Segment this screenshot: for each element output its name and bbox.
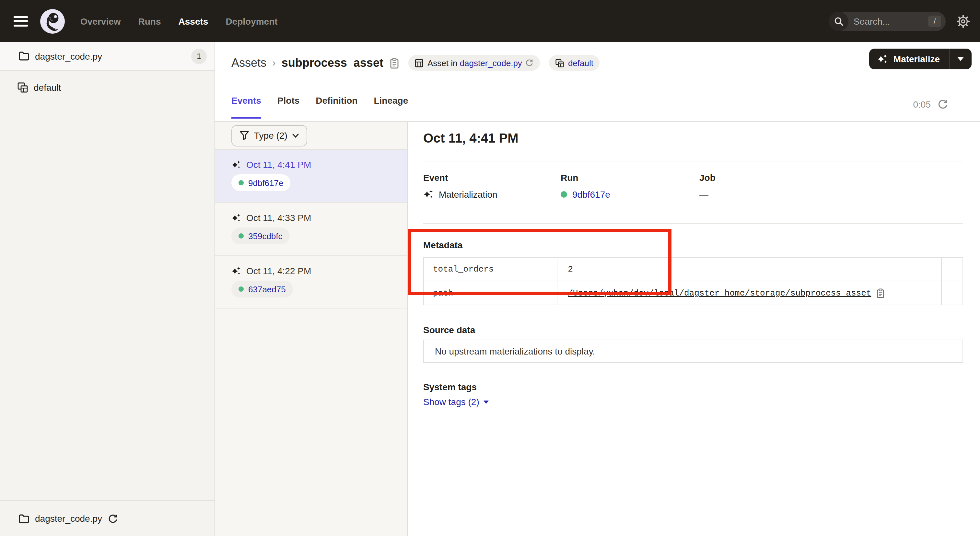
event-timestamp: Oct 11, 4:41 PM bbox=[246, 159, 311, 170]
breadcrumb-separator: › bbox=[272, 57, 276, 69]
materialize-label: Materialize bbox=[894, 54, 940, 64]
run-id-link[interactable]: 359cdbfc bbox=[248, 231, 283, 241]
tab-lineage[interactable]: Lineage bbox=[374, 95, 408, 119]
metadata-value-cell: /Users/yuhan/dev/local/dagster_home/stor… bbox=[557, 281, 942, 305]
nav-item-overview[interactable]: Overview bbox=[80, 16, 121, 26]
metadata-extra-cell bbox=[942, 258, 963, 281]
folder-icon bbox=[19, 514, 29, 523]
event-column-label: Event bbox=[423, 172, 498, 183]
event-type-value: Materialization bbox=[439, 189, 498, 200]
divider bbox=[423, 161, 963, 161]
chevron-down-icon bbox=[957, 57, 964, 61]
run-id-pill[interactable]: 359cdbfc bbox=[231, 227, 290, 244]
copy-path-icon[interactable] bbox=[876, 288, 885, 298]
chip-refresh-icon[interactable] bbox=[526, 59, 534, 67]
code-location-link[interactable]: dagster_code.py bbox=[460, 58, 522, 68]
sparkle-icon bbox=[877, 54, 888, 65]
sidebar-item-label: default bbox=[34, 82, 61, 93]
copy-asset-name-icon[interactable] bbox=[390, 57, 399, 68]
metadata-key-cell: path bbox=[424, 281, 557, 305]
source-data-empty-text: No upstream materializations to display. bbox=[435, 346, 595, 356]
asset-groups-sidebar: dagster_code.py 1 default dagster_code.p… bbox=[0, 42, 215, 536]
events-list-panel: Type (2) Oct 11, 4:41 PM 9dbf617e bbox=[215, 122, 408, 536]
show-tags-label: Show tags (2) bbox=[423, 397, 479, 407]
group-default-link[interactable]: default bbox=[568, 58, 593, 68]
job-column-label: Job bbox=[699, 172, 716, 183]
hamburger-menu-icon[interactable] bbox=[14, 16, 28, 26]
global-search[interactable]: / bbox=[829, 11, 946, 31]
primary-nav: Overview Runs Assets Deployment bbox=[80, 16, 278, 26]
run-success-dot bbox=[239, 180, 244, 185]
dagster-logo[interactable] bbox=[40, 9, 65, 33]
breadcrumb: Assets › subprocess_asset Asset in dagst… bbox=[231, 54, 600, 71]
refresh-countdown: 0:05 bbox=[913, 99, 931, 110]
asset-group-chip: default bbox=[549, 55, 600, 71]
events-filter-bar: Type (2) bbox=[215, 122, 407, 150]
run-column-label: Run bbox=[561, 172, 610, 183]
topbar-right: / bbox=[829, 11, 980, 31]
search-input[interactable] bbox=[854, 16, 918, 26]
sidebar-item-group-default[interactable]: default bbox=[0, 75, 215, 100]
tab-plots[interactable]: Plots bbox=[277, 95, 299, 119]
tab-events[interactable]: Events bbox=[231, 95, 261, 119]
metadata-key-cell: total_orders bbox=[424, 258, 557, 281]
materialization-sparkle-icon bbox=[231, 266, 241, 276]
materialize-split-button: Materialize bbox=[870, 49, 972, 69]
search-shortcut-badge: / bbox=[928, 15, 941, 27]
job-empty-value: — bbox=[699, 189, 708, 200]
run-success-dot bbox=[561, 191, 567, 198]
reload-code-location-icon[interactable] bbox=[108, 514, 118, 523]
table-row: path /Users/yuhan/dev/local/dagster_home… bbox=[424, 281, 963, 305]
filter-funnel-icon bbox=[240, 131, 249, 140]
materialize-button[interactable]: Materialize bbox=[870, 54, 949, 65]
storage-path-link[interactable]: /Users/yuhan/dev/local/dagster_home/stor… bbox=[568, 288, 871, 298]
run-id-link[interactable]: 637aed75 bbox=[248, 284, 286, 294]
run-id-link[interactable]: 9dbf617e bbox=[248, 178, 283, 188]
run-id-pill[interactable]: 637aed75 bbox=[231, 281, 293, 297]
refresh-icon[interactable] bbox=[938, 99, 948, 110]
octopus-icon bbox=[40, 9, 65, 33]
top-navigation-bar: Overview Runs Assets Deployment / bbox=[0, 0, 980, 42]
sidebar-footer-code-location[interactable]: dagster_code.py bbox=[0, 500, 215, 536]
asset-in-label: Asset in bbox=[428, 58, 460, 68]
event-list-item[interactable]: Oct 11, 4:22 PM 637aed75 bbox=[215, 256, 407, 309]
asset-location-chip: Asset in dagster_code.py bbox=[409, 55, 540, 71]
asset-group-icon bbox=[556, 59, 564, 67]
event-detail-panel: Oct 11, 4:41 PM Event Materialization Ru… bbox=[408, 122, 980, 536]
event-list-item[interactable]: Oct 11, 4:41 PM 9dbf617e bbox=[215, 150, 407, 203]
asset-count-badge: 1 bbox=[191, 48, 207, 64]
show-tags-toggle[interactable]: Show tags (2) bbox=[423, 397, 489, 407]
tab-definition[interactable]: Definition bbox=[316, 95, 358, 119]
caret-down-icon bbox=[484, 400, 489, 404]
search-icon bbox=[829, 11, 848, 31]
source-data-section-label: Source data bbox=[423, 325, 475, 335]
nav-item-assets[interactable]: Assets bbox=[178, 16, 208, 26]
event-timestamp: Oct 11, 4:22 PM bbox=[246, 266, 311, 276]
asset-tabs: Events Plots Definition Lineage bbox=[231, 95, 408, 119]
run-success-dot bbox=[239, 286, 244, 292]
metadata-table: total_orders 2 path /Users/yuhan/dev/loc… bbox=[423, 257, 963, 305]
type-filter-button[interactable]: Type (2) bbox=[231, 125, 307, 146]
breadcrumb-assets-link[interactable]: Assets bbox=[231, 56, 266, 70]
auto-refresh-timer: 0:05 bbox=[913, 99, 948, 110]
nav-item-runs[interactable]: Runs bbox=[138, 16, 161, 26]
materialization-sparkle-icon bbox=[423, 189, 434, 200]
sidebar-footer-label: dagster_code.py bbox=[35, 513, 102, 524]
metadata-section-label: Metadata bbox=[423, 240, 463, 250]
event-list-item[interactable]: Oct 11, 4:33 PM 359cdbfc bbox=[215, 203, 407, 256]
materialization-sparkle-icon bbox=[231, 160, 241, 170]
nav-item-deployment[interactable]: Deployment bbox=[226, 16, 277, 26]
table-row: total_orders 2 bbox=[424, 258, 963, 281]
sidebar-item-code-location[interactable]: dagster_code.py 1 bbox=[0, 42, 215, 71]
source-data-empty-box: No upstream materializations to display. bbox=[423, 340, 963, 363]
run-id-link[interactable]: 9dbf617e bbox=[572, 189, 610, 200]
page-title: subprocess_asset bbox=[282, 56, 383, 70]
run-id-pill[interactable]: 9dbf617e bbox=[231, 174, 290, 191]
run-success-dot bbox=[239, 233, 244, 239]
folder-icon bbox=[19, 51, 29, 61]
materialize-dropdown-button[interactable] bbox=[950, 57, 972, 61]
asset-table-icon bbox=[415, 59, 423, 67]
divider bbox=[423, 223, 963, 224]
event-detail-title: Oct 11, 4:41 PM bbox=[423, 131, 519, 146]
settings-gear-icon[interactable] bbox=[957, 14, 970, 27]
